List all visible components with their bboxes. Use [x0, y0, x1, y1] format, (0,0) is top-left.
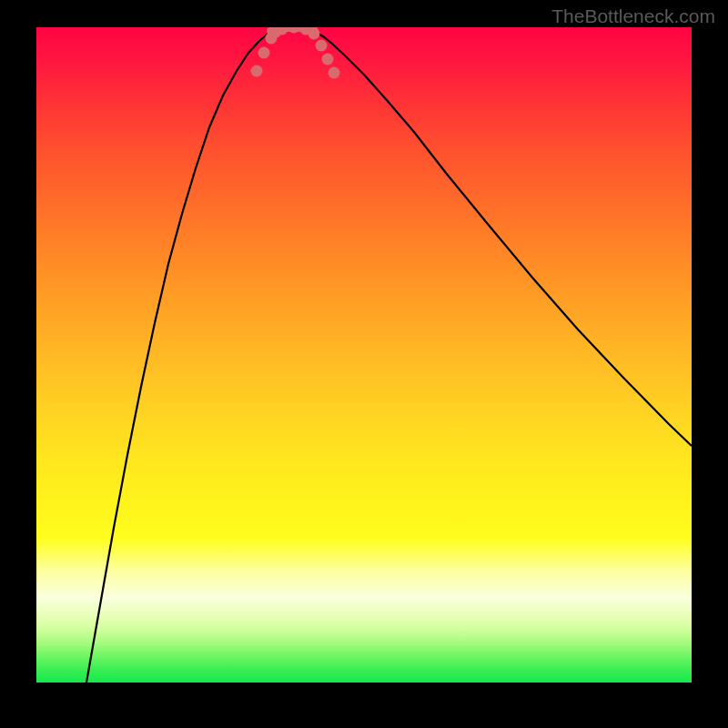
marker-dots — [251, 27, 340, 79]
watermark-text: TheBottleneck.com — [551, 5, 715, 27]
curve-left — [86, 31, 271, 682]
curve-right — [314, 31, 692, 446]
bottleneck-curve-chart — [36, 27, 692, 682]
marker-dot — [316, 40, 328, 52]
marker-dot — [258, 47, 270, 59]
chart-plot-area — [36, 27, 692, 682]
marker-dot — [308, 28, 320, 40]
marker-dot — [329, 67, 340, 79]
marker-dot — [288, 27, 300, 34]
marker-dot — [251, 66, 263, 77]
marker-dot — [322, 54, 334, 66]
